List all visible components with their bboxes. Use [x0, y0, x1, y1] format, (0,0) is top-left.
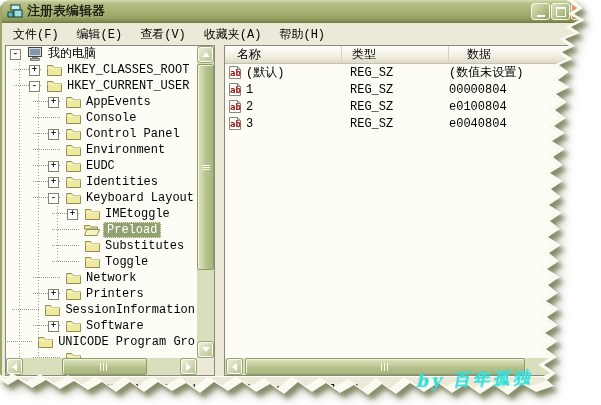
tree-line: [52, 245, 79, 246]
tree-item-network[interactable]: Network: [6, 270, 197, 286]
tree-item-label[interactable]: Printers: [84, 287, 146, 301]
collapse-icon[interactable]: -: [10, 49, 21, 60]
folder-icon: [84, 239, 100, 253]
value-row-default[interactable]: ab(默认)REG_SZ(数值未设置): [225, 64, 601, 81]
maximize-button[interactable]: [551, 3, 570, 20]
tree-item-control-panel[interactable]: +Control Panel: [6, 126, 197, 142]
tree-item-identities[interactable]: +Identities: [6, 174, 197, 190]
tree-item-hkey-current-user[interactable]: -HKEY_CURRENT_USER: [6, 78, 197, 94]
tree-item-label[interactable]: Environment: [84, 143, 167, 157]
tree-item-sessioninformation[interactable]: SessionInformation: [6, 302, 197, 318]
menu-edit[interactable]: 编辑(E): [68, 23, 132, 46]
tree-item-label[interactable]: SessionInformation: [63, 303, 197, 317]
tree-item-hkey-classes-root[interactable]: +HKEY_CLASSES_ROOT: [6, 62, 197, 78]
tree-item-console[interactable]: Console: [6, 110, 197, 126]
column-header-data[interactable]: 数据: [449, 46, 601, 63]
tree-connector: +: [46, 174, 62, 190]
scroll-down-button[interactable]: [197, 341, 214, 358]
tree-line: [33, 277, 60, 278]
expand-icon[interactable]: +: [48, 289, 59, 300]
tree-item-printers[interactable]: +Printers: [6, 286, 197, 302]
tree-connector: [25, 302, 41, 318]
close-button[interactable]: ✕: [571, 3, 590, 20]
scroll-right-button[interactable]: [583, 358, 600, 375]
panel-splitter[interactable]: [215, 45, 224, 376]
expand-icon[interactable]: +: [48, 129, 59, 140]
expand-icon[interactable]: +: [48, 177, 59, 188]
tree-item-label[interactable]: UNICODE Program Gro: [56, 335, 197, 349]
tree-item-label[interactable]: Preload: [103, 222, 161, 238]
tree-item-label[interactable]: Software: [84, 319, 146, 333]
value-name[interactable]: 2: [246, 100, 342, 114]
collapse-icon[interactable]: -: [29, 81, 40, 92]
tree-item-preload[interactable]: Preload: [6, 222, 197, 238]
tree-item-appevents[interactable]: +AppEvents: [6, 94, 197, 110]
tree-item-label[interactable]: Console: [84, 111, 138, 125]
expand-icon[interactable]: +: [48, 321, 59, 332]
string-value-icon: ab: [228, 83, 243, 96]
scroll-left-button[interactable]: [226, 358, 243, 375]
value-row-2[interactable]: ab2REG_SZe0100804: [225, 98, 601, 115]
menu-view[interactable]: 查看(V): [131, 23, 195, 46]
tree-item-label[interactable]: HKEY_CURRENT_USER: [65, 79, 191, 93]
tree-line: [52, 229, 79, 230]
minimize-button[interactable]: [531, 3, 550, 20]
tree-item-label[interactable]: HKEY_CLASSES_ROOT: [65, 63, 191, 77]
tree-item-label[interactable]: EUDC: [84, 159, 117, 173]
tree-item-environment[interactable]: Environment: [6, 142, 197, 158]
tree-item-partial[interactable]: [6, 350, 197, 358]
horizontal-scroll-thumb[interactable]: [62, 358, 147, 375]
value-row-3[interactable]: ab3REG_SZe0040804: [225, 115, 601, 132]
arrow-left-icon: [8, 363, 17, 371]
vertical-scroll-thumb[interactable]: [197, 64, 214, 270]
tree-horizontal-scrollbar[interactable]: [6, 358, 197, 375]
tree-connector: [46, 350, 62, 358]
expand-icon[interactable]: +: [29, 65, 40, 76]
menu-file[interactable]: 文件(F): [4, 23, 68, 46]
tree-item-unicode-program-gro[interactable]: UNICODE Program Gro: [6, 334, 197, 350]
column-header-type[interactable]: 类型: [342, 46, 449, 63]
svg-text:ab: ab: [230, 85, 241, 95]
thumb-grip: [202, 165, 210, 170]
tree-item-label[interactable]: IMEtoggle: [103, 207, 172, 221]
regedit-icon: [7, 3, 23, 19]
tree-connector: +: [65, 206, 81, 222]
scroll-right-button[interactable]: [180, 358, 197, 375]
tree-item-imetoggle[interactable]: +IMEtoggle: [6, 206, 197, 222]
value-name[interactable]: (默认): [246, 64, 342, 81]
tree-item-substitutes[interactable]: Substitutes: [6, 238, 197, 254]
tree-line: [33, 149, 60, 150]
tree-item-label[interactable]: Network: [84, 271, 138, 285]
tree-item-label[interactable]: Control Panel: [84, 127, 182, 141]
tree-item-label[interactable]: Substitutes: [103, 239, 186, 253]
list-horizontal-scrollbar[interactable]: [225, 358, 601, 375]
tree-vertical-scrollbar[interactable]: [197, 46, 214, 358]
expand-icon[interactable]: +: [48, 161, 59, 172]
tree-item-key[interactable]: -我的电脑: [6, 46, 197, 62]
value-name[interactable]: 1: [246, 83, 342, 97]
thumb-grip: [381, 363, 390, 371]
tree-item-keyboard-layout[interactable]: -Keyboard Layout: [6, 190, 197, 206]
tree-item-label[interactable]: AppEvents: [84, 95, 153, 109]
tree-connector: +: [46, 126, 62, 142]
menu-help[interactable]: 帮助(H): [270, 23, 334, 46]
expand-icon[interactable]: +: [48, 97, 59, 108]
tree-item-label[interactable]: 我的电脑: [46, 47, 98, 61]
value-type: REG_SZ: [342, 83, 449, 97]
tree-item-eudc[interactable]: +EUDC: [6, 158, 197, 174]
tree-line: [33, 117, 60, 118]
column-header-name[interactable]: 名称: [225, 46, 342, 63]
list-header: 名称 类型 数据: [225, 46, 601, 64]
value-name[interactable]: 3: [246, 117, 342, 131]
tree-item-label[interactable]: Keyboard Layout: [84, 191, 196, 205]
expand-icon[interactable]: +: [67, 209, 78, 220]
scroll-left-button[interactable]: [6, 358, 23, 375]
tree-item-label[interactable]: Toggle: [103, 255, 150, 269]
tree-item-software[interactable]: +Software: [6, 318, 197, 334]
tree-item-label[interactable]: Identities: [84, 175, 160, 189]
tree-item-toggle[interactable]: Toggle: [6, 254, 197, 270]
menu-favorites[interactable]: 收藏夹(A): [195, 23, 271, 46]
value-row-1[interactable]: ab1REG_SZ00000804: [225, 81, 601, 98]
scroll-up-button[interactable]: [197, 46, 214, 63]
collapse-icon[interactable]: -: [48, 193, 59, 204]
